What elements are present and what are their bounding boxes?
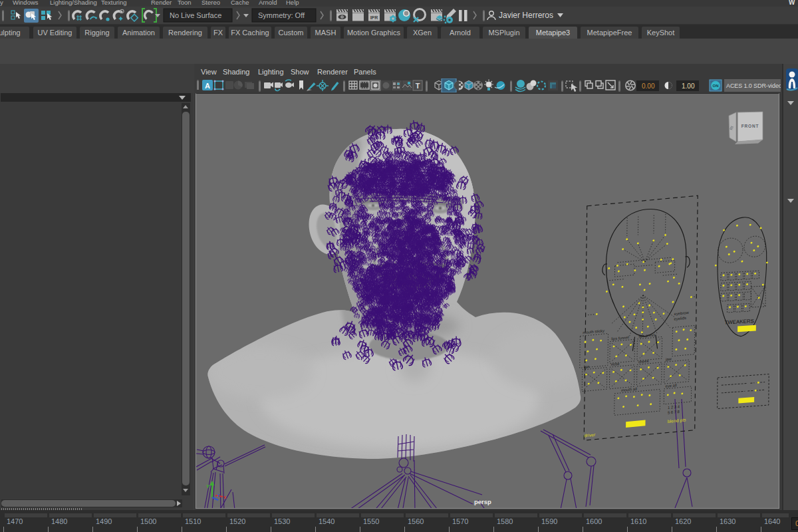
svg-text:A: A (205, 82, 210, 90)
svg-text:ACES 1.0 SDR-video (sR: ACES 1.0 SDR-video (sR (726, 82, 781, 89)
svg-text:Javier Herreros: Javier Herreros (499, 11, 553, 20)
svg-text:lips press: lips press (638, 333, 655, 338)
svg-text:1.00: 1.00 (682, 82, 695, 90)
svg-text:eye all: eye all (666, 383, 677, 388)
svg-text:z: z (217, 493, 220, 497)
svg-text:eyebrow: eyebrow (674, 311, 690, 316)
svg-text:x: x (223, 494, 227, 500)
svg-text:blend pts: blend pts (668, 418, 686, 425)
svg-text:mouth all: mouth all (621, 387, 637, 392)
svg-text:driver: driver (584, 432, 596, 438)
svg-text:ON: ON (713, 84, 719, 88)
svg-text:Y: Y (206, 483, 210, 489)
svg-text:jaw: jaw (665, 357, 672, 362)
svg-text:Symmetry: Off: Symmetry: Off (258, 11, 305, 19)
svg-text:nose: nose (611, 362, 620, 366)
svg-text:cheek: cheek (638, 359, 649, 364)
svg-text:0.00: 0.00 (642, 82, 655, 90)
svg-text:No Live Surface: No Live Surface (170, 11, 221, 19)
svg-text:IPR: IPR (370, 15, 378, 20)
svg-text:mouth sticky: mouth sticky (583, 329, 604, 334)
svg-text:lips: lips (584, 364, 590, 369)
svg-text:eyelids: eyelids (674, 316, 686, 321)
svg-text:persp: persp (474, 498, 491, 505)
svg-text:1 2 3 4: 1 2 3 4 (668, 404, 680, 410)
svg-text:5 6 7 8: 5 6 7 8 (668, 410, 680, 415)
svg-text:T: T (416, 82, 420, 90)
svg-text:FRONT: FRONT (741, 124, 759, 128)
svg-text:TWEAKERS: TWEAKERS (724, 318, 753, 325)
